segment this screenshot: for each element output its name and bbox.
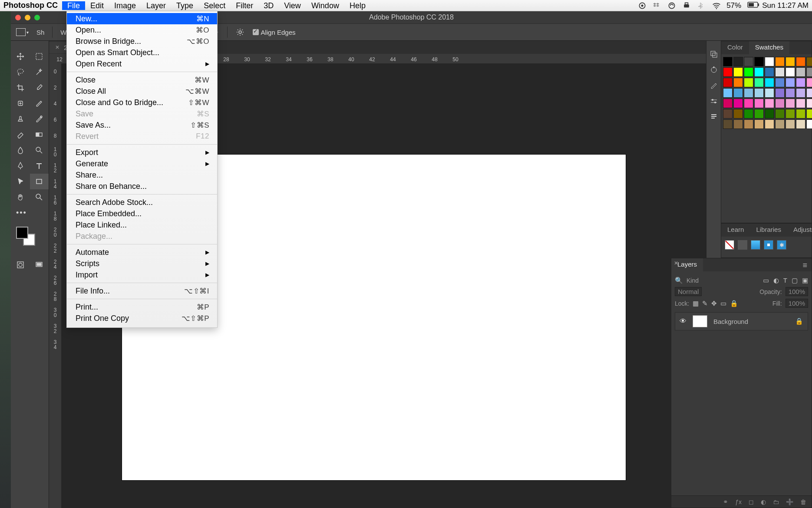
swatch[interactable] bbox=[723, 88, 733, 98]
layer-name[interactable]: Background bbox=[713, 318, 748, 325]
swatch[interactable] bbox=[765, 57, 774, 66]
magic-wand-tool[interactable] bbox=[30, 64, 49, 80]
swatch[interactable] bbox=[806, 119, 812, 129]
swatch[interactable] bbox=[765, 99, 774, 108]
brush-settings-panel-icon[interactable] bbox=[709, 96, 719, 106]
menu-window[interactable]: Window bbox=[306, 1, 344, 10]
swatch[interactable] bbox=[806, 67, 812, 77]
brushes-panel-icon[interactable] bbox=[709, 81, 719, 90]
menu-help[interactable]: Help bbox=[344, 1, 371, 10]
swatch[interactable] bbox=[733, 78, 743, 87]
eraser-tool[interactable] bbox=[11, 127, 30, 142]
move-tool[interactable] bbox=[11, 49, 30, 64]
lock-image-icon[interactable]: ✎ bbox=[702, 300, 708, 307]
minimize-window-button[interactable] bbox=[25, 15, 30, 20]
swatch[interactable] bbox=[723, 119, 733, 129]
swatch[interactable] bbox=[806, 109, 812, 119]
swatch[interactable] bbox=[733, 99, 743, 108]
delete-layer-icon[interactable]: 🗑 bbox=[800, 498, 806, 505]
layer-thumbnail[interactable] bbox=[693, 315, 707, 327]
panel-menu-icon[interactable]: ≡ bbox=[798, 258, 812, 271]
menu-item-automate[interactable]: Automate▶ bbox=[67, 247, 217, 258]
swatch[interactable] bbox=[775, 99, 785, 108]
menu-file[interactable]: File bbox=[62, 1, 85, 10]
swatch[interactable] bbox=[744, 99, 753, 108]
menu-item-print-one-copy[interactable]: Print One Copy⌥⇧⌘P bbox=[67, 313, 217, 324]
menu-item-generate[interactable]: Generate▶ bbox=[67, 158, 217, 169]
swatch[interactable] bbox=[786, 119, 795, 129]
swatch[interactable] bbox=[806, 78, 812, 87]
close-tab-icon[interactable]: ✕ bbox=[55, 44, 59, 50]
new-group-icon[interactable]: 🗀 bbox=[773, 498, 779, 505]
swatch[interactable] bbox=[806, 57, 812, 66]
shape-mode-label[interactable]: Sh bbox=[36, 29, 44, 36]
swatch[interactable] bbox=[733, 67, 743, 77]
filter-pixel-icon[interactable]: ▭ bbox=[763, 277, 769, 284]
swatch[interactable] bbox=[765, 88, 774, 98]
gradient-fill-icon[interactable] bbox=[751, 240, 760, 250]
menu-item-search-adobe-stock[interactable]: Search Adobe Stock... bbox=[67, 197, 217, 208]
foreground-color[interactable] bbox=[16, 227, 28, 239]
menu-select[interactable]: Select bbox=[198, 1, 231, 10]
swatch[interactable] bbox=[723, 99, 733, 108]
swatch[interactable] bbox=[786, 78, 795, 87]
solid-color-icon[interactable] bbox=[738, 240, 747, 250]
swatch[interactable] bbox=[765, 119, 774, 129]
menu-edit[interactable]: Edit bbox=[85, 1, 109, 10]
eyedropper-tool[interactable] bbox=[30, 80, 49, 96]
history-brush-tool[interactable] bbox=[30, 111, 49, 127]
menu-view[interactable]: View bbox=[279, 1, 306, 10]
menu-item-open-as-smart-object[interactable]: Open as Smart Object... bbox=[67, 47, 217, 58]
swatch[interactable] bbox=[796, 57, 805, 66]
libraries-tab[interactable]: Libraries bbox=[750, 224, 787, 237]
shape-preview-button[interactable]: ▾ bbox=[16, 28, 29, 36]
blend-mode-select[interactable]: Normal bbox=[675, 287, 702, 296]
swatch[interactable] bbox=[806, 88, 812, 98]
properties-panel-icon[interactable] bbox=[709, 65, 719, 75]
wifi-icon[interactable] bbox=[712, 1, 720, 10]
foreground-background-colors[interactable] bbox=[16, 227, 35, 246]
brush-tool[interactable] bbox=[30, 96, 49, 111]
menu-item-open-recent[interactable]: Open Recent▶ bbox=[67, 58, 217, 69]
swatch[interactable] bbox=[765, 67, 774, 77]
filter-type-icon[interactable]: T bbox=[783, 277, 787, 284]
swatch[interactable] bbox=[775, 109, 785, 119]
swatch[interactable] bbox=[754, 99, 764, 108]
gradient-tool[interactable] bbox=[30, 127, 49, 142]
maximize-window-button[interactable] bbox=[34, 15, 40, 20]
menu-item-close[interactable]: Close⌘W bbox=[67, 74, 217, 86]
healing-brush-tool[interactable] bbox=[11, 96, 30, 111]
layer-style-icon[interactable]: ƒx bbox=[735, 498, 742, 505]
swatch[interactable] bbox=[723, 109, 733, 119]
menu-item-share[interactable]: Share... bbox=[67, 169, 217, 181]
menu-item-print[interactable]: Print...⌘P bbox=[67, 301, 217, 313]
layer-mask-icon[interactable]: ◻ bbox=[749, 498, 754, 505]
menu-item-place-embedded[interactable]: Place Embedded... bbox=[67, 208, 217, 219]
lock-transparency-icon[interactable]: ▦ bbox=[693, 300, 699, 307]
menu-item-browse-in-bridge[interactable]: Browse in Bridge...⌥⌘O bbox=[67, 36, 217, 47]
swatch[interactable] bbox=[796, 88, 805, 98]
swatch[interactable] bbox=[796, 109, 805, 119]
blur-tool[interactable] bbox=[11, 142, 30, 158]
swatch[interactable] bbox=[754, 88, 764, 98]
swatch[interactable] bbox=[796, 67, 805, 77]
crop-tool[interactable] bbox=[11, 80, 30, 96]
menu-type[interactable]: Type bbox=[171, 1, 198, 10]
type-tool[interactable] bbox=[30, 158, 49, 174]
swatch[interactable] bbox=[754, 78, 764, 87]
menu-item-open[interactable]: Open...⌘O bbox=[67, 24, 217, 36]
rect-marquee-tool[interactable] bbox=[30, 49, 49, 64]
swatch[interactable] bbox=[744, 78, 753, 87]
filter-adjust-icon[interactable]: ◐ bbox=[773, 277, 779, 284]
zoom-tool[interactable] bbox=[30, 189, 49, 205]
swatch[interactable] bbox=[786, 109, 795, 119]
swatch[interactable] bbox=[796, 78, 805, 87]
swatch[interactable] bbox=[765, 109, 774, 119]
menu-item-close-all[interactable]: Close All⌥⌘W bbox=[67, 86, 217, 97]
swatch[interactable] bbox=[754, 57, 764, 66]
dropbox-icon[interactable] bbox=[653, 1, 661, 10]
swatch[interactable] bbox=[744, 119, 753, 129]
history-panel-icon[interactable] bbox=[709, 49, 719, 59]
swatch[interactable] bbox=[723, 78, 733, 87]
swatch[interactable] bbox=[796, 99, 805, 108]
